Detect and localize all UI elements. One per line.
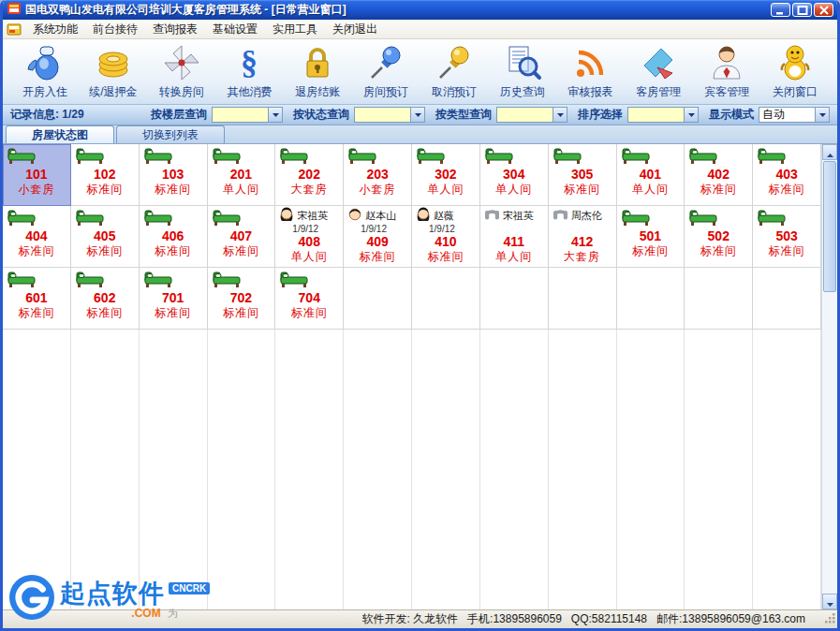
filter-floor-combobox[interactable] (212, 107, 283, 123)
toolbar-button-label: 其他消费 (227, 84, 272, 100)
chevron-down-icon[interactable] (684, 108, 698, 122)
room-cell-302[interactable]: 302单人间 (412, 144, 480, 206)
room-cell-503[interactable]: 503标准间 (753, 206, 821, 268)
toolbar-button-label: 取消预订 (432, 84, 477, 100)
toolbar-deposit-button[interactable]: 续/退押金 (82, 42, 144, 100)
menu-item-query-report[interactable]: 查询报表 (145, 20, 205, 39)
room-type: 标准间 (3, 244, 70, 258)
toolbar-reserve-button[interactable]: 房间预订 (355, 42, 417, 100)
filter-sort-combobox[interactable] (627, 107, 699, 123)
scroll-down-icon (827, 594, 833, 610)
close-button[interactable] (814, 3, 833, 17)
bed-icon (622, 146, 650, 168)
room-type: 单人间 (480, 250, 548, 264)
room-cell-412[interactable]: 周杰伦412大套房 (549, 206, 617, 268)
room-cell-202[interactable]: 202大套房 (275, 144, 344, 206)
menu-item-system[interactable]: 系统功能 (25, 20, 85, 39)
menu-item-base-settings[interactable]: 基础设置 (205, 20, 265, 39)
chevron-down-icon[interactable] (410, 108, 424, 122)
bed-icon (7, 146, 36, 168)
room-cell-501[interactable]: 501标准间 (617, 206, 685, 268)
chevron-down-icon[interactable] (268, 108, 282, 122)
title-bar: 国电双鸭山发电有限公司培训大厦客房管理系统 - [日常营业窗口] (3, 0, 837, 20)
room-cell-701[interactable]: 701标准间 (140, 268, 208, 330)
chevron-down-icon[interactable] (553, 108, 567, 122)
phone-icon (484, 208, 500, 225)
tab-room-status-map[interactable]: 房屋状态图 (6, 125, 114, 143)
room-cell-103[interactable]: 103标准间 (140, 144, 208, 206)
toolbar-other-consume-button[interactable]: §其他消费 (218, 42, 280, 100)
room-type: 标准间 (753, 183, 820, 197)
room-cell-305[interactable]: 305标准间 (549, 144, 617, 206)
menu-item-front-desk[interactable]: 前台接待 (85, 20, 145, 39)
reserved-spacer (549, 224, 616, 234)
room-cell-409[interactable]: 赵本山1/9/12409标准间 (344, 206, 412, 268)
toolbar-audit-report-button[interactable]: 审核报表 (560, 42, 622, 100)
toolbar-checkin-button[interactable]: 开房入住 (14, 42, 76, 100)
room-cell-403[interactable]: 403标准间 (753, 144, 821, 206)
room-cell-410[interactable]: 赵薇1/9/12410标准间 (412, 206, 480, 268)
room-cell-702[interactable]: 702标准间 (208, 268, 276, 330)
watermark-logo-icon (8, 574, 55, 624)
room-number: 407 (208, 228, 275, 244)
filter-type-combobox[interactable] (496, 107, 567, 123)
room-type: 标准间 (140, 244, 207, 258)
chevron-down-icon[interactable] (815, 108, 829, 122)
room-cell-411[interactable]: 宋祖英411单人间 (480, 206, 549, 268)
tab-switch-to-list[interactable]: 切换到列表 (116, 125, 225, 143)
room-number: 203 (344, 167, 411, 183)
room-cell-101[interactable]: 101小套房 (3, 144, 71, 206)
room-type: 标准间 (412, 250, 479, 264)
room-cell-empty (753, 268, 821, 330)
bed-icon (485, 146, 513, 168)
room-cell-401[interactable]: 401单人间 (617, 144, 685, 206)
toolbar-history-button[interactable]: 历史查询 (492, 42, 553, 100)
menu-item-utility-tools[interactable]: 实用工具 (265, 20, 325, 39)
scrollbar-thumb[interactable] (823, 161, 836, 292)
close-icon (818, 2, 830, 19)
toolbar-guest-manage-button[interactable]: 宾客管理 (696, 42, 758, 100)
filter-display-mode-combobox[interactable]: 自动 (759, 107, 830, 123)
maximize-button[interactable] (792, 3, 812, 17)
room-cell-empty (549, 268, 617, 330)
resize-grip-icon[interactable] (824, 612, 836, 627)
windmill-icon (162, 42, 201, 83)
room-cell-601[interactable]: 601标准间 (3, 268, 71, 330)
toolbar-cancel-reserve-button[interactable]: 取消预订 (423, 42, 485, 100)
room-cell-704[interactable]: 704标准间 (275, 268, 344, 330)
scrollbar-track[interactable] (822, 293, 837, 594)
room-cell-407[interactable]: 407标准间 (208, 206, 276, 268)
room-number: 101 (3, 167, 70, 183)
room-cell-201[interactable]: 201单人间 (208, 144, 276, 206)
room-cell-empty (617, 268, 685, 330)
room-cell-203[interactable]: 203小套房 (344, 144, 412, 206)
toolbar-room-manage-button[interactable]: 客房管理 (627, 42, 689, 100)
scroll-down-button[interactable] (822, 594, 837, 609)
menu-item-close-exit[interactable]: 关闭退出 (325, 20, 385, 39)
toolbar-button-label: 审核报表 (568, 84, 613, 100)
room-cell-402[interactable]: 402标准间 (685, 144, 753, 206)
room-cell-empty (344, 268, 412, 330)
scroll-up-button[interactable] (822, 144, 837, 160)
room-type: 标准间 (685, 183, 752, 197)
room-cell-406[interactable]: 406标准间 (140, 206, 208, 268)
bed-icon (348, 146, 376, 168)
room-cell-304[interactable]: 304单人间 (480, 144, 549, 206)
filter-status-combobox[interactable] (354, 107, 425, 123)
room-number: 402 (685, 167, 752, 183)
room-cell-102[interactable]: 102标准间 (71, 144, 140, 206)
toolbar-checkout-button[interactable]: 退房结账 (287, 42, 348, 100)
consume-icon: § (230, 42, 268, 83)
toolbar-close-window-button[interactable]: 关闭窗口 (764, 42, 826, 100)
room-number: 404 (3, 228, 70, 244)
toolbar-transfer-room-button[interactable]: 转换房间 (151, 42, 213, 100)
room-cell-602[interactable]: 602标准间 (71, 268, 140, 330)
room-cell-408[interactable]: 宋祖英1/9/12408单人间 (275, 206, 344, 268)
room-cell-404[interactable]: 404标准间 (3, 206, 71, 268)
room-cell-405[interactable]: 405标准间 (71, 206, 140, 268)
vertical-scrollbar[interactable] (821, 144, 837, 609)
room-cell-502[interactable]: 502标准间 (685, 206, 753, 268)
room-number: 302 (412, 167, 479, 183)
room-type: 标准间 (617, 244, 685, 258)
minimize-button[interactable] (771, 3, 790, 17)
